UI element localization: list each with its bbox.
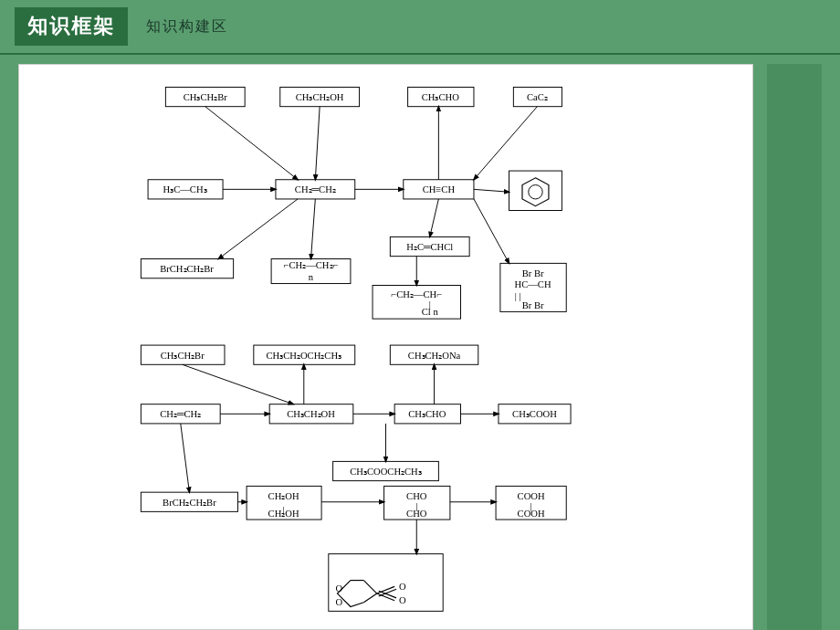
svg-text:CH₂═CH₂: CH₂═CH₂ [160,409,201,419]
right-panel [767,64,822,630]
svg-text:CHO: CHO [406,491,427,501]
svg-text:BrCH₂CH₂Br: BrCH₂CH₂Br [163,498,216,508]
svg-line-39 [474,189,509,192]
svg-text:CH₃CH₂Br: CH₃CH₂Br [184,92,227,102]
svg-line-34 [315,107,320,180]
svg-text:CH₃CH₂ONa: CH₃CH₂ONa [408,351,461,361]
svg-text:Br  Br: Br Br [522,300,544,310]
svg-text:CH₃COOH: CH₃COOH [512,409,557,419]
page-header: 知识框架 知识构建区 [0,0,840,53]
svg-text:CH₃CH₂Br: CH₃CH₂Br [161,351,205,361]
svg-text:BrCH₂CH₂Br: BrCH₂CH₂Br [160,264,214,274]
svg-text:COOH: COOH [518,491,545,501]
svg-text:CH≡CH: CH≡CH [423,184,456,194]
svg-text:H₃C—CH₃: H₃C—CH₃ [163,184,207,194]
diagram-container: CH₃CH₂Br CH₃CH₂OH CH₃CHO CaC₂ H₃C—CH₃ CH… [18,64,753,630]
svg-text:⌐CH₂—CH⌐: ⌐CH₂—CH⌐ [391,289,442,299]
svg-text:CH₃CH₂OH: CH₃CH₂OH [287,409,335,419]
svg-rect-14 [509,171,562,210]
svg-text:CH₃CHO: CH₃CHO [408,409,446,419]
svg-text:|      |: | | [515,291,521,301]
svg-line-43 [474,199,509,263]
svg-text:CH₃CH₂OH: CH₃CH₂OH [296,92,344,102]
svg-line-33 [205,107,298,180]
svg-text:O: O [336,597,343,607]
svg-line-93 [181,424,190,492]
svg-text:CH₃CH₂OCH₂CH₃: CH₃CH₂OCH₂CH₃ [267,351,342,361]
svg-text:O: O [336,583,343,593]
svg-text:CH₃CHO: CH₃CHO [422,92,459,102]
svg-text:Br  Br: Br Br [522,268,544,278]
svg-line-87 [183,364,294,404]
svg-line-40 [218,199,298,259]
svg-line-41 [311,199,316,259]
svg-text:⌐CH₂—CH₂⌐: ⌐CH₂—CH₂⌐ [284,260,339,270]
svg-text:O: O [399,582,406,592]
svg-text:CH₂OH: CH₂OH [268,491,299,501]
main-content: CH₃CH₂Br CH₃CH₂OH CH₃CHO CaC₂ H₃C—CH₃ CH… [0,55,840,630]
svg-text:Cl  n: Cl n [422,307,439,317]
svg-text:CH₂═CH₂: CH₂═CH₂ [295,184,336,194]
svg-line-42 [430,199,439,236]
page-title: 知识框架 [15,7,128,46]
svg-text:O: O [399,595,406,605]
svg-line-36 [474,107,537,180]
svg-text:CHO: CHO [406,509,427,519]
svg-text:HC—CH: HC—CH [515,279,551,289]
svg-text:H₂C═CHCl: H₂C═CHCl [406,242,453,252]
svg-text:COOH: COOH [518,509,545,519]
page-subtitle: 知识构建区 [146,17,228,37]
svg-text:n: n [309,272,314,282]
svg-text:CaC₂: CaC₂ [527,92,548,102]
svg-text:CH₂OH: CH₂OH [268,509,299,519]
chemistry-diagram: CH₃CH₂Br CH₃CH₂OH CH₃CHO CaC₂ H₃C—CH₃ CH… [28,74,743,620]
svg-text:CH₃COOCH₂CH₃: CH₃COOCH₂CH₃ [350,467,422,477]
